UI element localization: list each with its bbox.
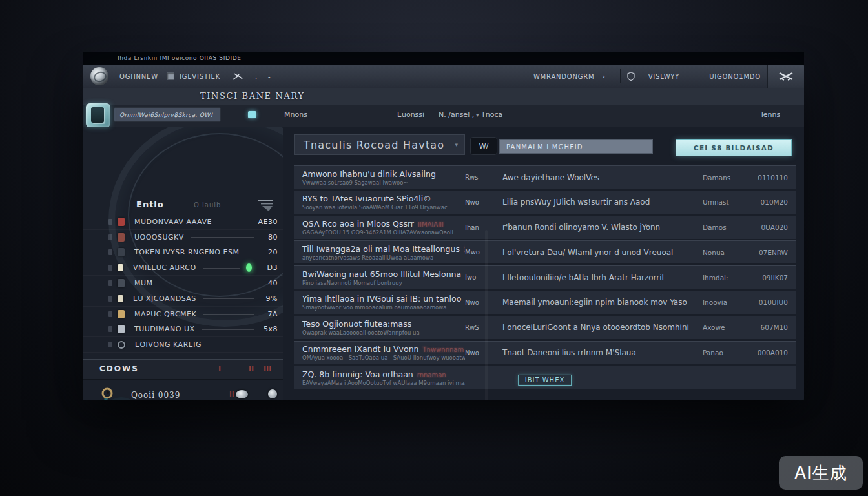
nav-item-right[interactable]: Tenns (760, 110, 780, 119)
table-row-3[interactable]: QSA Rco aoa in Mloos QssrrIIMAIAIII GAGA… (294, 216, 796, 239)
gold-badge-icon (118, 310, 125, 318)
row-owner: Ihmdal: (703, 274, 728, 282)
table-row-6[interactable]: Yima Ihtllaoa in IVGoui sai IB: un tanlo… (294, 291, 796, 314)
load-more-button[interactable]: IBIT WHEX (518, 375, 572, 386)
row-description: I onoceiLuriGoont a Nnya otooeordtob Nso… (502, 323, 703, 332)
row-tag: Nwo (465, 199, 502, 206)
watermark: AI生成 (779, 456, 863, 490)
title-bar: OGHNNEW IGEVISTIEK . - WMRANDONGRM › VIS… (83, 65, 804, 88)
row-title: Amwono Ihabnu'u dlnik Alvsailng (302, 169, 436, 179)
menu-item-1[interactable]: OGHNNEW (119, 73, 158, 80)
sidebar-item-9[interactable]: EOIVONG KAREIG (83, 337, 283, 353)
nav-item-2[interactable]: Euonssi (397, 110, 424, 119)
sidebar-header: Entlo O iaulb (83, 198, 283, 213)
sidebar-item-label: VMILEUC ABRCO (133, 264, 196, 272)
filter-toggle-button[interactable]: W/ (470, 137, 497, 155)
game-logo-icon[interactable] (86, 103, 110, 127)
crossed-swords-button[interactable] (767, 65, 804, 88)
taskbar-text: Ihda Lrsiikiii IMI oeicono OIIAS SIDIDE (83, 52, 804, 65)
menu-item-2[interactable]: IGEVISTIEK (180, 73, 220, 80)
row-description: Maemail ymoauni:egiin npim bianook mov Y… (502, 298, 703, 307)
main-content: Tnaculis Rocoad Havtao ▾ W/ CEI S8 BILDA… (283, 127, 804, 400)
bullet-icon (108, 219, 112, 225)
leader-line (191, 236, 254, 238)
table-row-7[interactable]: Teso Ogjionuot fiutea:mass Owaprak waaLa… (294, 316, 796, 339)
sidebar-item-value: 5x8 (261, 325, 278, 333)
sidebar-item-1[interactable]: MUDONVAAV AAAVE AE30 (83, 214, 283, 230)
tally-mark-small: II (229, 391, 234, 398)
sidebar-item-8[interactable]: TUUDIMANO UX 5x8 (83, 322, 283, 338)
row-subtitle: Pino iasaNaonnoti Momauf bontruuy (302, 280, 465, 286)
table-row-8[interactable]: Cnmmreeen IXandt Iu VvonnTnwwnnnam OMAyu… (294, 341, 796, 364)
nav-item-3-label: N. /ansel , (439, 110, 474, 119)
sidebar-item-3[interactable]: TOKEN IVYSR RNGFNO ESM 20 (83, 245, 283, 261)
row-description: r'banun Rondi olinoyamo V. Wlasto jYonn (502, 223, 703, 232)
row-subtitle: GAGAAyFOOU 15 GO9-3462A1M OIIIA7AVwaonaw… (302, 229, 465, 236)
checkbox-icon[interactable] (167, 72, 174, 80)
sort-stack-icon[interactable] (256, 198, 275, 214)
medal-oval-icon[interactable] (236, 390, 248, 398)
divider (620, 69, 621, 83)
tally-mark: II (249, 364, 254, 373)
scroll-icon (118, 295, 123, 302)
menu-dash[interactable]: - (268, 73, 271, 80)
scrollbar[interactable] (485, 230, 488, 400)
table-row-5[interactable]: BwiWaoing naut 65moo Illitul Meslonna Pi… (294, 265, 796, 289)
sidebar-item-4[interactable]: VMILEUC ABRCO D3 (83, 260, 283, 276)
leader-line (203, 267, 240, 269)
table-row-2[interactable]: BYS to TAtes Ivuaorute SPio4li© Sooyan w… (294, 191, 796, 214)
table-row-4[interactable]: Till Iwangga2a oli mal Moa Itteallongus1… (294, 240, 796, 264)
row-number: 607M10 (761, 324, 788, 331)
primary-action-button[interactable]: CEI S8 BILDAISAD (676, 140, 792, 156)
nav-item-3[interactable]: N. /ansel ,▾ (439, 110, 479, 119)
titlebar-right-group: WMRANDONGRM › VISLWYY UIGONO1MDO (524, 65, 804, 88)
row-tag: Iwo (465, 274, 502, 281)
row-subtitle: OMAyua xoooa - SaaTuQaoa ua - SAuoU Ilon… (302, 355, 465, 361)
ring-icon (118, 341, 125, 349)
row-description: I lletoouloniliio/e bAtla Ibrh Aratr Har… (502, 273, 703, 282)
table-row-1[interactable]: Amwono Ihabnu'u dlnik Alvsailng Vwwwaa s… (294, 165, 796, 189)
row-tag: Nwo (465, 349, 502, 356)
desktop: Ihda Lrsiikiii IMI oeicono OIIAS SIDIDE … (0, 0, 868, 496)
sub-header: TINSCI BANE NARY (83, 88, 804, 105)
row-owner: Panao (703, 349, 723, 356)
sidebar-item-7[interactable]: MAPUC QBCMEK 7A (83, 307, 283, 322)
sidebar-item-2[interactable]: UOOOSUGKV 80 (83, 230, 283, 245)
nav-item-4[interactable]: Tnoca (481, 110, 502, 119)
row-description: Tnaot Daneoni lius rrlnnm M'Slaua (502, 348, 703, 357)
tally-mark: I (218, 364, 221, 373)
divider (207, 379, 207, 400)
filter-input[interactable] (499, 140, 653, 154)
row-title: BYS to TAtes Ivuaorute SPio4li© (302, 194, 431, 203)
menu-dot[interactable]: . (255, 73, 258, 80)
titlebar-status[interactable]: WMRANDONGRM (533, 73, 595, 80)
row-title: Yima Ihtllaoa in IVGoui sai IB: un tanlo… (302, 294, 461, 304)
sidebar-item-5[interactable]: MUM 40 (83, 276, 283, 291)
table-row-9[interactable]: ZQ. 8b finnnig: Voa orlhaanrnnaman EAVwa… (294, 366, 796, 389)
titlebar-status-2[interactable]: UIGONO1MDO (709, 73, 761, 80)
bullet-icon (108, 311, 112, 317)
account-label[interactable]: VISLWYY (648, 73, 680, 80)
records-table: Amwono Ihabnu'u dlnik Alvsailng Vwwwaa s… (294, 165, 796, 391)
sidebar-item-6[interactable]: EU XJCOANDSAS 9% (83, 291, 283, 307)
leader-line (245, 252, 254, 253)
list-title-dropdown[interactable]: Tnaculis Rocoad Havtao ▾ (294, 134, 465, 155)
chevron-right-icon[interactable]: › (602, 72, 605, 81)
teal-checkbox-icon[interactable] (248, 111, 256, 118)
sidebar-item-value: D3 (261, 264, 278, 272)
tool-icon[interactable] (232, 71, 243, 81)
leader-line (218, 221, 252, 222)
row-number: 0110110 (758, 174, 788, 181)
nav-item-1[interactable]: Mnons (284, 110, 307, 119)
sidebar-item-label: MUM (134, 279, 153, 287)
bullet-icon (108, 342, 112, 347)
bullet-icon (108, 296, 112, 302)
row-title: ZQ. 8b finnnig: Voa orlhaan (302, 369, 413, 379)
medal-circle-icon[interactable] (268, 389, 277, 398)
character-panel[interactable]: Qooii 0039 II (83, 379, 283, 400)
search-input[interactable] (114, 107, 221, 122)
row-number: 0UA020 (761, 223, 788, 231)
sidebar-header-sub: O iaulb (194, 202, 221, 209)
chevron-down-icon: ▾ (476, 112, 479, 118)
row-subtitle: Owaprak waaLaooooaii ooatoWannpfou ua (302, 329, 465, 336)
